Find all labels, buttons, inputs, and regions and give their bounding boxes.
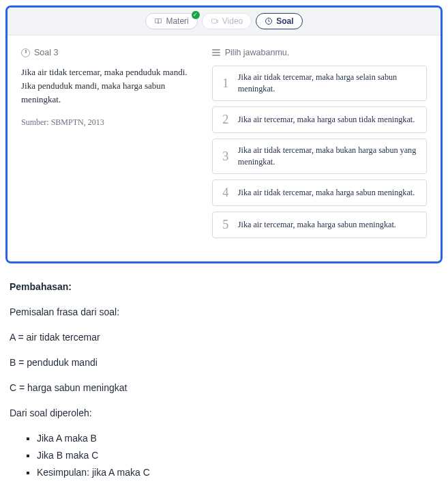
video-icon	[211, 17, 219, 25]
tabs-bar: Materi ✓ Video Soal	[8, 8, 440, 35]
tab-label: Video	[222, 16, 243, 26]
answer-option-5[interactable]: 5 Jika air tercemar, maka harga sabun me…	[212, 212, 427, 238]
option-text: Jika air tidak tercemar, maka harga sela…	[238, 72, 419, 95]
list-item: Kesimpulan: jika A maka C	[37, 465, 436, 480]
answer-option-3[interactable]: 3 Jika air tidak tercemar, maka bukan ha…	[212, 139, 427, 174]
explanation-paragraph: Pemisalan frasa dari soal:	[10, 305, 436, 319]
question-source: Sumber: SBMPTN, 2013	[21, 117, 204, 128]
option-number: 4	[220, 186, 231, 200]
explanation-bullets: Jika A maka B Jika B maka C Kesimpulan: …	[37, 431, 436, 480]
option-text: Jika air tidak tercemar, maka harga sabu…	[238, 187, 415, 199]
list-item: Jika A maka B	[37, 431, 436, 446]
option-number: 2	[220, 113, 231, 127]
option-number: 1	[220, 76, 231, 91]
answer-prompt: Pilih jawabanmu.	[212, 48, 427, 57]
quiz-card: Materi ✓ Video Soal Soal 3 Jika air tida…	[5, 5, 443, 263]
answer-option-1[interactable]: 1 Jika air tidak tercemar, maka harga se…	[212, 66, 427, 101]
question-panel: Soal 3 Jika air tidak tercemar, maka pen…	[21, 48, 204, 244]
option-text: Jika air tercemar, maka harga sabun meni…	[238, 219, 396, 231]
option-text: Jika air tercemar, maka harga sabun tida…	[238, 114, 415, 126]
clock-icon	[21, 48, 30, 57]
tab-soal[interactable]: Soal	[256, 13, 302, 29]
explanation-definition-b: B = penduduk mandi	[10, 356, 436, 370]
tab-label: Soal	[276, 16, 293, 26]
list-item: Jika B maka C	[37, 448, 436, 463]
tab-video[interactable]: Video	[202, 13, 252, 29]
question-number: Soal 3	[34, 48, 58, 57]
answer-option-2[interactable]: 2 Jika air tercemar, maka harga sabun ti…	[212, 106, 427, 133]
tab-materi[interactable]: Materi ✓	[145, 13, 197, 29]
explanation-definition-c: C = harga sabun meningkat	[10, 381, 436, 395]
explanation-definition-a: A = air tidak tercemar	[10, 330, 436, 345]
clock-icon	[265, 17, 273, 25]
explanation-section: Pembahasan: Pemisalan frasa dari soal: A…	[0, 269, 448, 488]
question-number-label: Soal 3	[21, 48, 204, 57]
tab-label: Materi	[166, 16, 188, 26]
quiz-content: Soal 3 Jika air tidak tercemar, maka pen…	[8, 35, 440, 261]
explanation-heading: Pembahasan:	[10, 280, 436, 294]
option-number: 5	[220, 218, 231, 232]
option-number: 3	[220, 149, 231, 164]
option-text: Jika air tidak tercemar, maka bukan harg…	[238, 145, 419, 168]
explanation-paragraph: Dari soal diperoleh:	[10, 406, 436, 420]
check-icon: ✓	[192, 11, 200, 19]
question-text: Jika air tidak tercemar, maka penduduk m…	[21, 66, 204, 106]
answer-option-4[interactable]: 4 Jika air tidak tercemar, maka harga sa…	[212, 180, 427, 206]
list-icon	[212, 49, 220, 56]
answers-panel: Pilih jawabanmu. 1 Jika air tidak tercem…	[212, 48, 427, 244]
svg-rect-0	[211, 19, 216, 23]
book-icon	[154, 17, 162, 25]
